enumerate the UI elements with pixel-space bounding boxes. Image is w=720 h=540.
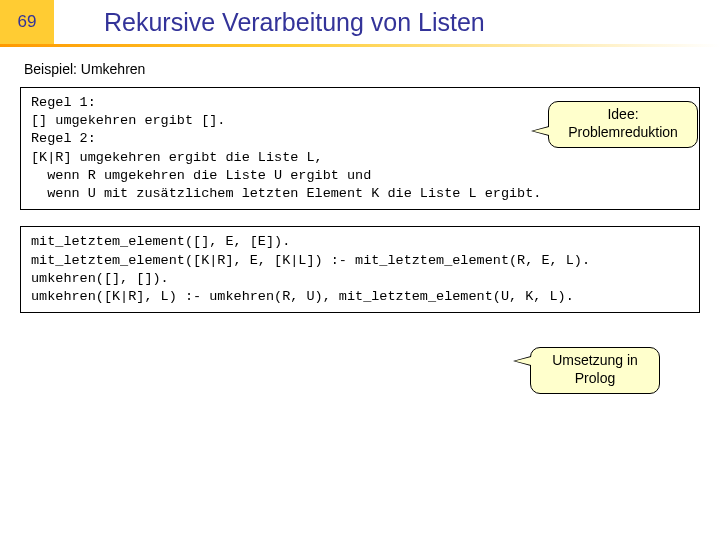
callout-idea-line2: Problemreduktion [559, 124, 687, 142]
slide-title: Rekursive Verarbeitung von Listen [54, 0, 720, 44]
callout-idea-line1: Idee: [559, 106, 687, 124]
callout-idea: Idee: Problemreduktion [548, 101, 698, 148]
slide-header: 69 Rekursive Verarbeitung von Listen [0, 0, 720, 44]
slide-number: 69 [0, 0, 54, 44]
callout-prolog-line2: Prolog [541, 370, 649, 388]
callout-prolog: Umsetzung in Prolog [530, 347, 660, 394]
callout-prolog-line1: Umsetzung in [541, 352, 649, 370]
callout-tail-icon [531, 126, 549, 136]
callout-tail-icon [513, 356, 531, 366]
slide-content: Beispiel: Umkehren Idee: Problemreduktio… [0, 47, 720, 313]
prolog-code-box: mit_letztem_element([], E, [E]). mit_let… [20, 226, 700, 313]
example-label: Beispiel: Umkehren [24, 61, 700, 77]
